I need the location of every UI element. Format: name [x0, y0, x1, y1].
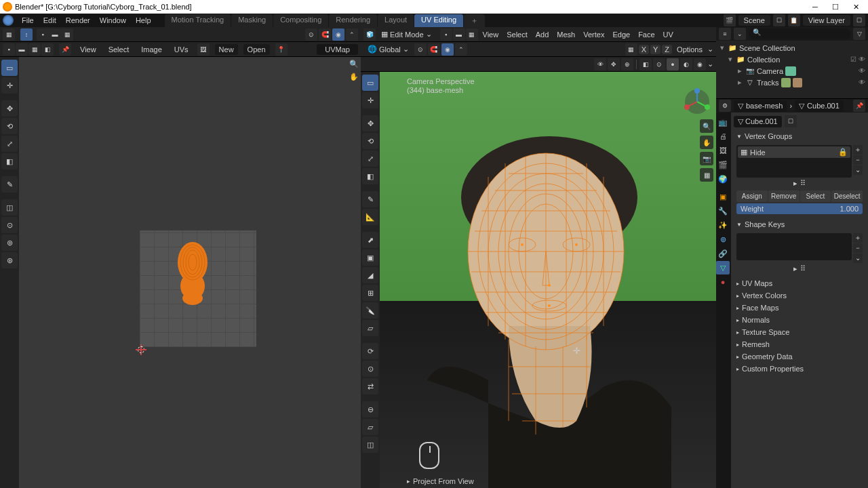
uv-menu-image[interactable]: Image: [138, 44, 165, 55]
uv-tool-rotate[interactable]: ⟲: [1, 118, 18, 134]
uv-tool-transform[interactable]: ◧: [1, 153, 18, 169]
falloff-icon[interactable]: ⌃: [455, 43, 467, 56]
vg-item-hide[interactable]: ▦Hide🔒: [738, 146, 850, 158]
vg-menu-icon[interactable]: ⌄: [853, 165, 863, 175]
vp-tool-polybuild[interactable]: ▱: [362, 320, 378, 336]
vp-editor-type-icon[interactable]: 🧊: [363, 28, 376, 41]
prop-tab-material[interactable]: ●: [716, 275, 730, 289]
uv-image-browse-icon[interactable]: 🖼: [197, 43, 210, 56]
crumb-mesh[interactable]: ▽Cube.001: [795, 100, 844, 112]
vg-add-icon[interactable]: ＋: [853, 145, 863, 155]
overlays-icon[interactable]: ⊕: [621, 58, 633, 70]
prop-tab-particle[interactable]: ✨: [716, 218, 730, 232]
minimize-button[interactable]: ─: [806, 1, 825, 13]
vp-tool-scale[interactable]: ⤢: [362, 150, 378, 167]
panel-remesh[interactable]: ▸Remesh: [734, 338, 865, 350]
viewport-axis-gizmo[interactable]: [684, 88, 711, 115]
workspace-masking[interactable]: Masking: [231, 14, 273, 27]
uv-tool-move[interactable]: ✥: [1, 100, 18, 117]
prop-tab-mesh[interactable]: ▽: [716, 261, 730, 274]
mode-selector[interactable]: ▦Edit Mode⌄: [377, 28, 436, 40]
uv-sync-icon[interactable]: ↕: [20, 28, 33, 41]
viewlayer-browse-icon[interactable]: 📋: [788, 14, 800, 26]
vp-menu-face[interactable]: Face: [635, 29, 658, 40]
sk-expand-icon[interactable]: ▸ ⠿: [793, 264, 805, 272]
menu-window[interactable]: Window: [96, 15, 130, 26]
outliner-camera[interactable]: ▸📷Camera👁: [719, 65, 865, 77]
vp-tool-bevel[interactable]: ◢: [362, 267, 378, 283]
prop-tab-constraint[interactable]: 🔗: [716, 247, 730, 260]
vp-tool-transform[interactable]: ◧: [362, 168, 378, 184]
uv-face-select-icon[interactable]: ▦: [61, 28, 73, 41]
panel-vertex-colors[interactable]: ▸Vertex Colors: [734, 289, 865, 302]
xyz-x[interactable]: X: [639, 45, 649, 54]
uv-menu-view[interactable]: View: [77, 44, 100, 55]
vp-menu-select[interactable]: Select: [503, 29, 531, 40]
scene-new-icon[interactable]: ☐: [773, 14, 785, 26]
uv-open-button[interactable]: Open: [243, 44, 270, 55]
xray-icon[interactable]: ◧: [639, 58, 652, 70]
outliner-filter-icon[interactable]: ▽: [853, 28, 865, 40]
prop-tab-render[interactable]: 📺: [716, 115, 730, 129]
panel-normals[interactable]: ▸Normals: [734, 314, 865, 326]
workspace-layout[interactable]: Layout: [378, 14, 414, 27]
xyz-z[interactable]: Z: [662, 45, 672, 54]
outliner-search[interactable]: 🔍: [749, 28, 850, 39]
snap-icon[interactable]: 🧲: [428, 43, 440, 56]
uv-falloff-icon[interactable]: ⌃: [346, 28, 358, 41]
uv-tool-pinch[interactable]: ⊛: [1, 252, 18, 268]
vp-tool-measure[interactable]: 📐: [362, 209, 378, 225]
face-select-icon[interactable]: ▦: [466, 28, 478, 41]
mesh-datablock[interactable]: ▽Cube.001: [734, 116, 782, 127]
uv-menu-select[interactable]: Select: [105, 44, 133, 55]
vert-select-icon[interactable]: ▪: [440, 28, 452, 41]
uv-tool-scale[interactable]: ⤢: [1, 136, 18, 152]
panel-custom-properties[interactable]: ▸Custom Properties: [734, 363, 865, 375]
uv-vertex-mode-icon[interactable]: ▪: [3, 43, 15, 56]
uv-edge-select-icon[interactable]: ▬: [49, 28, 61, 41]
vp-tool-select[interactable]: ▭: [362, 75, 378, 91]
menu-file[interactable]: File: [18, 15, 38, 26]
vg-deselect-button[interactable]: Deselect: [831, 190, 863, 202]
orientation-selector[interactable]: 🌐Global⌄: [363, 43, 413, 55]
vp-tool-annotate[interactable]: ✎: [362, 191, 378, 207]
uv-pin-icon[interactable]: 📍: [275, 43, 288, 56]
sk-add-icon[interactable]: ＋: [853, 233, 863, 243]
last-operator[interactable]: ▸Project From View: [407, 477, 474, 485]
uv-edge-mode-icon[interactable]: ▬: [16, 43, 28, 56]
prop-tab-modifier[interactable]: 🔧: [716, 204, 730, 218]
vp-tool-smooth[interactable]: ⊙: [362, 361, 378, 377]
uv-tool-select[interactable]: ▭: [1, 60, 18, 76]
panel-uv-maps[interactable]: ▸UV Maps: [734, 277, 865, 289]
uv-snap-icon[interactable]: 🧲: [319, 28, 331, 41]
vp-tool-slide[interactable]: ⇄: [362, 378, 378, 394]
outliner-type-icon[interactable]: ≡: [719, 28, 731, 40]
vg-assign-button[interactable]: Assign: [736, 190, 768, 202]
shading-solid-icon[interactable]: ●: [667, 58, 679, 70]
vp-tool-cursor[interactable]: ✛: [362, 92, 378, 108]
uv-menu-uv[interactable]: UVs: [171, 44, 192, 55]
panel-texture-space[interactable]: ▸Texture Space: [734, 326, 865, 338]
workspace-add[interactable]: ＋: [464, 14, 485, 27]
vg-expand-icon[interactable]: ▸ ⠿: [793, 179, 805, 187]
uv-tool-relax[interactable]: ⊚: [1, 235, 18, 251]
properties-type-icon[interactable]: ⚙: [719, 100, 731, 112]
vp-menu-edge[interactable]: Edge: [609, 29, 633, 40]
xyz-y[interactable]: Y: [650, 45, 660, 54]
sk-remove-icon[interactable]: －: [853, 243, 863, 253]
vp-pan-icon[interactable]: ✋: [700, 136, 713, 149]
vg-remove-icon[interactable]: －: [853, 155, 863, 165]
uv-pan-icon[interactable]: ✋: [349, 73, 359, 81]
vp-zoom-icon[interactable]: 🔍: [700, 119, 713, 133]
uv-viewport[interactable]: [19, 57, 347, 488]
outliner-tracks[interactable]: ▸▽Tracks👁: [719, 77, 865, 88]
menu-help[interactable]: Help: [132, 15, 155, 26]
shading-rendered-icon[interactable]: ◉: [694, 58, 706, 70]
vg-remove-button[interactable]: Remove: [768, 190, 800, 202]
workspace-uv-editing[interactable]: UV Editing: [414, 14, 463, 27]
gizmo-toggle-icon[interactable]: ✥: [608, 58, 620, 70]
uv-tool-cursor[interactable]: ✛: [1, 77, 18, 94]
edge-select-icon[interactable]: ▬: [453, 28, 465, 41]
prop-tab-object[interactable]: ▣: [716, 190, 730, 203]
mesh-display-icon[interactable]: ▦: [625, 43, 637, 56]
